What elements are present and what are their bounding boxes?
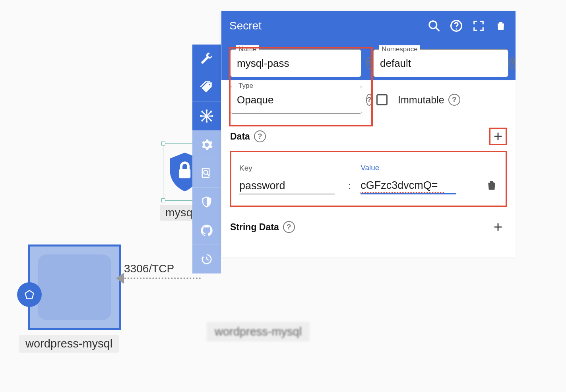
- svg-point-17: [210, 119, 212, 121]
- toolbar-zoom-doc-button[interactable]: [192, 159, 221, 188]
- help-icon[interactable]: ?: [509, 57, 516, 69]
- toolbar-shield-button[interactable]: [192, 188, 221, 216]
- panel-title: Secret: [229, 19, 427, 32]
- plus-icon: [492, 131, 504, 142]
- plus-icon: [492, 221, 504, 233]
- svg-line-8: [203, 117, 206, 120]
- svg-line-7: [208, 112, 211, 115]
- type-input[interactable]: [237, 94, 366, 106]
- svg-point-12: [206, 120, 208, 122]
- node-inner: [38, 254, 111, 320]
- svg-line-9: [208, 117, 211, 120]
- svg-point-15: [210, 111, 212, 113]
- svg-point-16: [201, 119, 203, 121]
- toolbar-history-button[interactable]: [192, 245, 221, 274]
- svg-line-10: [203, 112, 206, 115]
- svg-rect-19: [202, 168, 209, 177]
- help-icon[interactable]: ?: [254, 130, 266, 142]
- connection-line: [121, 278, 201, 279]
- svg-rect-0: [179, 169, 191, 178]
- node-badge-icon: [17, 282, 42, 307]
- type-field[interactable]: Type ?: [230, 86, 362, 114]
- data-section: Data ? Key : Value: [221, 122, 516, 211]
- string-data-title: String Data: [230, 222, 279, 233]
- help-icon[interactable]: ?: [366, 94, 372, 106]
- toolbar-wrench-button[interactable]: [192, 45, 221, 73]
- connection-port-label: 3306/TCP: [124, 262, 174, 275]
- value-input[interactable]: [361, 179, 456, 194]
- add-data-button[interactable]: [489, 128, 507, 145]
- help-icon[interactable]: ?: [283, 221, 295, 233]
- svg-point-25: [429, 21, 437, 29]
- add-string-data-button[interactable]: [489, 218, 507, 236]
- expand-icon[interactable]: [472, 19, 485, 33]
- svg-point-20: [204, 170, 208, 174]
- panel-header: Secret: [221, 11, 516, 41]
- canvas-node-wordpress-mysql[interactable]: [28, 245, 121, 330]
- immutable-label-text: Immutable: [398, 94, 444, 106]
- vertical-toolbar: [192, 45, 221, 274]
- svg-point-18: [201, 111, 203, 113]
- name-field-label: Name: [236, 45, 259, 53]
- svg-line-26: [436, 28, 440, 31]
- data-section-title: Data: [230, 131, 250, 142]
- name-input[interactable]: [237, 57, 366, 70]
- help-icon[interactable]: ?: [448, 94, 460, 106]
- colon-sep: :: [348, 180, 351, 192]
- panel-body: Type ? Immutable ? Data ? Key: [221, 86, 516, 257]
- data-row: Key : Value: [230, 151, 507, 207]
- help-icon[interactable]: [450, 19, 463, 33]
- value-label: Value: [361, 163, 460, 172]
- svg-point-14: [211, 115, 213, 117]
- canvas-node-wordpress-mysql2-label: wordpress-mysql: [207, 322, 310, 342]
- svg-line-24: [207, 259, 209, 260]
- svg-point-28: [456, 28, 457, 29]
- key-input[interactable]: [239, 179, 335, 194]
- svg-point-13: [200, 115, 202, 117]
- svg-point-11: [206, 109, 208, 111]
- secret-panel: Secret Name ? Namespace: [221, 11, 516, 257]
- search-icon[interactable]: [427, 19, 441, 33]
- help-icon[interactable]: ?: [366, 57, 372, 69]
- name-field[interactable]: Name ?: [230, 49, 361, 77]
- namespace-field[interactable]: Namespace ?: [373, 49, 508, 77]
- immutable-label: Immutable ?: [398, 94, 460, 106]
- type-field-label: Type: [236, 82, 256, 90]
- key-label: Key: [239, 164, 339, 173]
- toolbar-gear-button[interactable]: [192, 130, 221, 159]
- string-data-section: String Data ?: [221, 213, 516, 241]
- immutable-checkbox[interactable]: [376, 94, 388, 105]
- svg-marker-1: [25, 291, 34, 299]
- delete-row-button[interactable]: [486, 179, 498, 194]
- toolbar-graph-button[interactable]: [192, 102, 221, 130]
- metadata-band: Name ? Namespace ?: [221, 41, 516, 80]
- toolbar-tags-button[interactable]: [192, 73, 221, 102]
- canvas-node-wordpress-mysql-label: wordpress-mysql: [19, 335, 119, 353]
- toolbar-github-button[interactable]: [192, 216, 221, 245]
- delete-icon[interactable]: [494, 19, 508, 33]
- namespace-input[interactable]: [380, 57, 509, 70]
- connection-arrow-icon: [116, 273, 124, 284]
- trash-icon: [486, 179, 498, 192]
- namespace-field-label: Namespace: [379, 45, 420, 53]
